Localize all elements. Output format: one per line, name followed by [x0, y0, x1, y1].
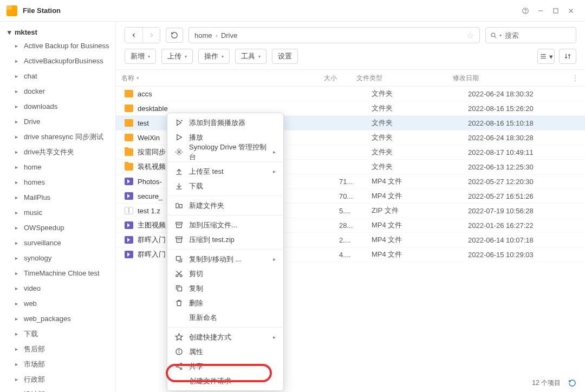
sidebar-item[interactable]: ▸docker [0, 84, 115, 99]
context-menu-separator [167, 327, 283, 328]
sidebar-item[interactable]: ▸surveillance [0, 236, 115, 251]
context-menu-item[interactable]: 新建文件夹 [167, 198, 283, 213]
col-name[interactable]: 名称▾ [116, 74, 318, 83]
sidebar-item[interactable]: ▸售后部 [0, 342, 115, 357]
newfolder-icon [175, 201, 186, 210]
search-input[interactable] [505, 31, 571, 40]
toolbar-settings-button[interactable]: 设置 [272, 49, 298, 64]
col-size[interactable]: 大小 [318, 74, 351, 83]
sidebar-item[interactable]: ▸Drive [0, 114, 115, 129]
context-menu-label: 上传至 test [189, 167, 273, 177]
toolbar-new-button[interactable]: 新增▾ [125, 49, 156, 64]
help-icon[interactable] [518, 3, 533, 18]
context-menu-item[interactable]: 属性 [167, 344, 283, 359]
context-menu-item[interactable]: 剪切 [167, 266, 283, 281]
context-menu-item[interactable]: 压缩到 test.zip [167, 232, 283, 247]
toolbar-tools-button[interactable]: 工具▾ [235, 49, 266, 64]
caret-right-icon: ▸ [15, 56, 20, 67]
sidebar-item[interactable]: ▸设计部 [0, 387, 115, 392]
sidebar-item[interactable]: ▸ActiveBackupforBusiness [0, 54, 115, 69]
context-menu-item[interactable]: 加到压缩文件... [167, 218, 283, 232]
context-menu-item[interactable]: Synology Drive 管理控制台▸ [167, 145, 283, 159]
sidebar-item[interactable]: ▸行政部 [0, 372, 115, 387]
sidebar-item[interactable]: ▸MailPlus [0, 190, 115, 205]
sidebar-item[interactable]: ▸music [0, 205, 115, 220]
nav-forward-button[interactable] [142, 28, 160, 43]
breadcrumb-part-1[interactable]: Drive [221, 31, 237, 40]
context-menu-item[interactable]: 创建文件请求 [167, 374, 283, 388]
caret-right-icon: ▸ [15, 329, 20, 339]
sidebar-item[interactable]: ▸downloads [0, 99, 115, 114]
app-title: File Station [23, 6, 518, 15]
file-name: 主图视频 [138, 220, 166, 230]
context-menu-item[interactable]: 创建快捷方式▸ [167, 330, 283, 344]
sidebar-item[interactable]: ▸drive共享文件夹 [0, 145, 115, 160]
maximize-icon[interactable] [548, 3, 563, 18]
table-row[interactable]: accs 文件夹 2022-06-24 18:30:32 [116, 87, 585, 101]
favorite-star-icon[interactable]: ☆ [466, 30, 474, 41]
col-date[interactable]: 修改日期 [447, 74, 570, 83]
file-type: 文件夹 [366, 89, 463, 99]
context-menu-item[interactable]: 共享 [167, 359, 283, 374]
file-date: 2022-06-24 18:30:28 [463, 134, 585, 142]
nav-back-button[interactable] [125, 28, 142, 43]
sidebar-item[interactable]: ▸Active Backup for Business [0, 38, 115, 54]
toolbar-action-button[interactable]: 操作▾ [198, 49, 230, 64]
nav-refresh-button[interactable] [166, 28, 183, 43]
minimize-icon[interactable] [533, 3, 548, 18]
breadcrumb: home › Drive ☆ [188, 27, 480, 43]
context-menu-item[interactable]: 添加到音频播放器 [167, 115, 283, 130]
caret-right-icon: ▸ [15, 344, 20, 355]
context-menu-item[interactable]: 重新命名 [167, 310, 283, 325]
sidebar-item[interactable]: ▸home [0, 160, 115, 175]
col-type[interactable]: 文件类型 [351, 74, 447, 83]
caret-right-icon: ▸ [15, 86, 20, 97]
breadcrumb-part-0[interactable]: home [194, 31, 212, 40]
file-size: 71... [334, 178, 366, 186]
sidebar-item[interactable]: ▸TimeMachine Chloe test [0, 266, 115, 281]
context-menu-separator [167, 249, 283, 250]
sidebar-item[interactable]: ▸homes [0, 175, 115, 190]
sidebar-item[interactable]: ▸drive sharesync 同步测试 [0, 129, 115, 145]
sidebar-item-label: synology [24, 253, 51, 264]
context-menu-item[interactable]: 复制到/移动到 ...▸ [167, 252, 283, 266]
caret-right-icon: ▸ [15, 223, 20, 233]
svg-marker-11 [177, 120, 181, 126]
toolbar-upload-button[interactable]: 上传▾ [161, 49, 193, 64]
context-menu-item[interactable]: 复制 [167, 281, 283, 296]
search-mode-caret[interactable]: ▾ [499, 33, 502, 38]
footer-refresh-icon[interactable] [568, 379, 576, 387]
context-menu-item[interactable]: 下载 [167, 179, 283, 193]
folder-icon [125, 119, 133, 127]
context-menu-label: 下载 [189, 181, 276, 191]
file-date: 2022-07-19 10:56:28 [463, 207, 585, 215]
video-icon [125, 192, 133, 200]
caret-right-icon: ▸ [15, 192, 20, 203]
context-menu-label: 删除 [189, 298, 276, 308]
sidebar-item[interactable]: ▸web [0, 296, 115, 311]
cut-icon [175, 270, 186, 278]
sidebar-item-label: OWSpeedup [24, 223, 64, 233]
sidebar-item[interactable]: ▸市场部 [0, 357, 115, 372]
sidebar-item[interactable]: ▸chat [0, 69, 115, 84]
sidebar-item[interactable]: ▸video [0, 281, 115, 296]
view-mode-button[interactable]: ▾ [537, 49, 555, 64]
context-menu-item[interactable]: 上传至 test▸ [167, 164, 283, 179]
share-icon [175, 362, 186, 370]
upload-icon [175, 167, 186, 175]
context-menu-item[interactable]: 删除 [167, 296, 283, 310]
context-menu: 添加到音频播放器播放Synology Drive 管理控制台▸上传至 test▸… [167, 113, 284, 391]
submenu-arrow-icon: ▸ [273, 168, 276, 174]
column-menu-icon[interactable]: ⋮ [570, 74, 581, 82]
caret-down-icon: ▾ [8, 28, 11, 36]
sidebar-item[interactable]: ▸web_packages [0, 311, 115, 326]
sidebar-item[interactable]: ▸synology [0, 251, 115, 266]
sort-button[interactable] [559, 49, 576, 64]
star-icon [175, 333, 186, 341]
sidebar-item[interactable]: ▸OWSpeedup [0, 220, 115, 236]
sidebar-item-label: surveillance [24, 238, 61, 249]
search-box[interactable]: ▾ [485, 27, 576, 43]
sidebar-item[interactable]: ▸下载 [0, 326, 115, 342]
sidebar-root[interactable]: ▾ mktest [0, 26, 115, 38]
close-icon[interactable] [563, 3, 578, 18]
